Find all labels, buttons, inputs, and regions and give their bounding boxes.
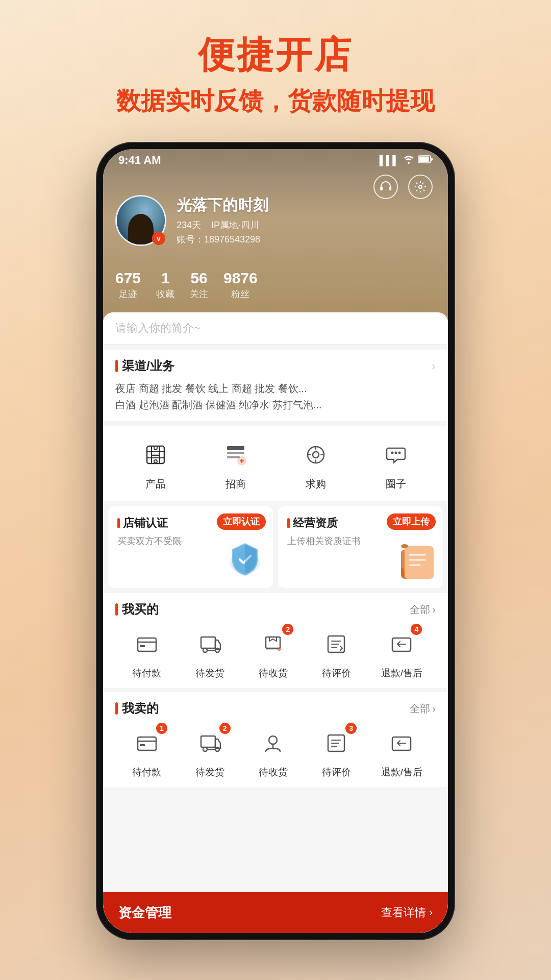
profile-days: 234天 bbox=[177, 219, 201, 231]
scroll-icon bbox=[397, 542, 438, 583]
business-cert-badge[interactable]: 立即上传 bbox=[387, 513, 436, 530]
my-buy-section: 我买的 全部 › bbox=[103, 593, 448, 688]
sell-ship-icon: 2 bbox=[192, 725, 229, 762]
page-title-sub: 数据实时反馈，货款随时提现 bbox=[0, 85, 551, 117]
v-badge: v bbox=[152, 232, 165, 245]
buy-pay-icon bbox=[129, 626, 165, 663]
quick-icon-buy[interactable]: 求购 bbox=[297, 436, 334, 491]
my-sell-title: 我卖的 bbox=[115, 700, 159, 717]
my-buy-title: 我买的 bbox=[115, 601, 159, 618]
quick-icon-circle[interactable]: 圈子 bbox=[378, 436, 414, 491]
bottom-bar-title: 资金管理 bbox=[118, 904, 171, 922]
my-buy-icons-row: 待付款 bbox=[115, 626, 436, 680]
attract-icon bbox=[217, 436, 254, 473]
svg-rect-19 bbox=[140, 645, 145, 647]
quick-icons-section: 产品 招商 bbox=[103, 426, 448, 501]
channel-chevron-icon[interactable]: › bbox=[432, 359, 436, 373]
sell-review-item[interactable]: 3 待评价 bbox=[318, 725, 355, 779]
svg-point-17 bbox=[401, 544, 408, 548]
svg-rect-30 bbox=[201, 736, 215, 747]
store-cert-badge[interactable]: 立即认证 bbox=[217, 513, 266, 530]
buy-refund-badge: 4 bbox=[411, 624, 422, 635]
buy-receive-item[interactable]: 2 2 待收货 bbox=[255, 626, 291, 680]
channel-section-header: 渠道/业务 › bbox=[115, 358, 436, 374]
buy-review-item[interactable]: 待评价 bbox=[318, 626, 355, 680]
circle-icon bbox=[378, 436, 414, 473]
phone-mockup: 9:41 AM ▌▌▌ bbox=[97, 143, 454, 939]
profile-text: 光落下的时刻 234天 IP属地·四川 账号：18976543298 bbox=[177, 195, 436, 246]
sell-receive-icon bbox=[255, 725, 291, 762]
sell-review-label: 待评价 bbox=[322, 766, 351, 779]
stat-fans[interactable]: 9876 粉丝 bbox=[223, 270, 258, 300]
svg-point-32 bbox=[215, 747, 219, 751]
my-sell-all-link[interactable]: 全部 › bbox=[410, 702, 436, 716]
signal-icon: ▌▌▌ bbox=[380, 155, 399, 166]
status-time: 9:41 AM bbox=[118, 154, 161, 167]
svg-point-12 bbox=[313, 452, 319, 458]
quick-icon-attract[interactable]: 招商 bbox=[217, 436, 254, 491]
quick-icon-product-label: 产品 bbox=[145, 477, 166, 491]
channel-tags-row2: 白酒 起泡酒 配制酒 保健酒 纯净水 苏打气泡... bbox=[115, 397, 436, 413]
channel-title: 渠道/业务 bbox=[115, 358, 174, 374]
cards-row: 立即认证 店铺认证 买卖双方不受限 bbox=[103, 506, 448, 588]
svg-point-22 bbox=[215, 648, 219, 652]
stat-footprint[interactable]: 675 足迹 bbox=[115, 270, 141, 300]
stat-fans-label: 粉丝 bbox=[231, 288, 249, 300]
stats-row: 675 足迹 1 收藏 56 关注 9876 粉丝 bbox=[115, 270, 436, 300]
sell-receive-item[interactable]: 待收货 bbox=[255, 725, 291, 779]
stat-fans-num: 9876 bbox=[223, 270, 258, 287]
profile-name: 光落下的时刻 bbox=[177, 195, 436, 216]
svg-rect-1 bbox=[419, 156, 429, 162]
page-header: 便捷开店 数据实时反馈，货款随时提现 bbox=[0, 0, 551, 138]
sell-refund-item[interactable]: 退款/售后 bbox=[381, 725, 422, 779]
buy-pay-item[interactable]: 待付款 bbox=[129, 626, 165, 680]
svg-point-21 bbox=[203, 648, 207, 652]
bottom-bar-link[interactable]: 查看详情 › bbox=[381, 905, 433, 920]
quick-icon-product[interactable]: 产品 bbox=[137, 436, 174, 491]
bio-input[interactable]: 请输入你的简介~ bbox=[103, 312, 448, 345]
sell-refund-icon bbox=[383, 725, 420, 762]
page-background: 便捷开店 数据实时反馈，货款随时提现 9:41 AM ▌▌▌ bbox=[0, 0, 551, 138]
sell-receive-label: 待收货 bbox=[259, 766, 288, 779]
business-cert-card[interactable]: 立即上传 经营资质 上传相关资质证书 bbox=[278, 506, 443, 588]
battery-icon bbox=[418, 155, 433, 166]
buy-icon bbox=[297, 436, 334, 473]
svg-point-6 bbox=[154, 460, 157, 463]
stat-follow[interactable]: 56 关注 bbox=[190, 270, 208, 300]
sell-pay-item[interactable]: 1 待付款 bbox=[129, 725, 165, 779]
quick-icon-attract-label: 招商 bbox=[226, 477, 246, 491]
product-icon bbox=[137, 436, 174, 473]
sell-ship-label: 待发货 bbox=[195, 766, 224, 779]
svg-rect-18 bbox=[138, 638, 156, 651]
channel-section: 渠道/业务 › 夜店 商超 批发 餐饮 线上 商超 批发 餐饮... 白酒 起泡… bbox=[103, 350, 448, 421]
sell-pay-label: 待付款 bbox=[132, 766, 161, 779]
svg-point-15 bbox=[398, 452, 400, 454]
buy-ship-item[interactable]: 待发货 bbox=[192, 626, 229, 680]
svg-point-14 bbox=[394, 452, 397, 454]
my-sell-section: 我卖的 全部 › bbox=[103, 692, 448, 787]
avatar-wrapper[interactable]: v bbox=[115, 195, 166, 246]
svg-point-31 bbox=[203, 747, 207, 751]
store-cert-card[interactable]: 立即认证 店铺认证 买卖双方不受限 bbox=[108, 506, 273, 588]
phone-screen: 9:41 AM ▌▌▌ bbox=[103, 149, 448, 933]
stat-collect[interactable]: 1 收藏 bbox=[156, 270, 174, 300]
buy-refund-item[interactable]: 4 退款/售后 bbox=[381, 626, 422, 680]
sell-ship-item[interactable]: 2 待发货 bbox=[192, 725, 229, 779]
my-sell-icons-row: 1 待付款 bbox=[115, 725, 436, 779]
content-area: 请输入你的简介~ 渠道/业务 › 夜店 商超 批发 餐饮 线上 商超 批发 餐饮… bbox=[103, 312, 448, 933]
sell-refund-label: 退款/售后 bbox=[381, 766, 422, 779]
my-buy-all-link[interactable]: 全部 › bbox=[410, 603, 436, 617]
my-buy-header: 我买的 全部 › bbox=[115, 601, 436, 618]
svg-point-33 bbox=[269, 736, 277, 744]
sell-pay-badge: 1 bbox=[156, 723, 167, 734]
page-title-main: 便捷开店 bbox=[0, 31, 551, 80]
buy-receive-label: 待收货 bbox=[259, 667, 288, 680]
stat-collect-label: 收藏 bbox=[156, 288, 174, 300]
sell-review-badge: 3 bbox=[345, 723, 357, 734]
buy-refund-icon: 4 bbox=[383, 626, 420, 663]
bottom-bar-chevron-icon: › bbox=[429, 906, 433, 919]
quick-icon-buy-label: 求购 bbox=[306, 477, 326, 491]
my-sell-chevron-icon: › bbox=[432, 703, 436, 715]
sell-ship-badge: 2 bbox=[219, 723, 231, 734]
my-buy-chevron-icon: › bbox=[432, 604, 436, 616]
